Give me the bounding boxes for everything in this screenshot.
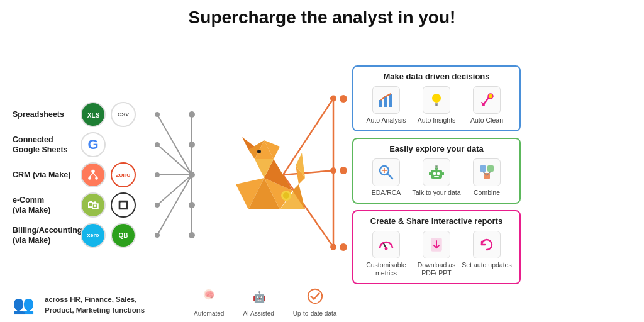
svg-rect-61 (480, 165, 486, 172)
source-row-4: Billing/Accounting (via Make)xeroQB (13, 220, 195, 250)
feature-icon-clean (473, 86, 501, 114)
feature-item-clean: Auto Clean (462, 86, 512, 125)
source-icon-csv: CSV (111, 102, 136, 127)
feature-item-download: Download as PDF/ PPT (411, 231, 462, 278)
source-icon-hub (80, 162, 106, 187)
svg-rect-44 (389, 94, 392, 107)
feature-item-label-bulb: Auto Insights (418, 116, 456, 125)
source-label-1: Connected Google Sheets (13, 135, 75, 155)
svg-rect-55 (437, 172, 440, 175)
bottom-badges: 🧠Automated🤖AI AssistedUp-to-date data (189, 282, 341, 322)
svg-rect-60 (442, 172, 444, 175)
source-icon-g: G (80, 132, 106, 157)
svg-point-3 (95, 177, 98, 180)
feature-icon-combine (473, 158, 501, 186)
source-icon-squarespace (111, 192, 136, 218)
source-row-1: Connected Google SheetsG (13, 130, 195, 160)
feature-icons-row-green: EDA/RCATalk to your dataCombine (361, 158, 512, 197)
left-panel: SpreadsheetsXLSCSVConnected Google Sheet… (0, 33, 195, 317)
source-label-4: Billing/Accounting (via Make) (13, 225, 75, 246)
svg-point-2 (88, 177, 91, 180)
feature-item-label-clean: Auto Clean (470, 116, 503, 125)
feature-icon-chart (372, 86, 400, 114)
bottom-badge-label-check: Up-to-date data (293, 310, 337, 317)
svg-point-1 (91, 170, 95, 174)
feature-icons-row-pink: Customisable metricsDownload as PDF/ PPT… (361, 231, 512, 278)
source-icon-qb: QB (111, 223, 136, 248)
source-label-0: Spreadsheets (13, 109, 75, 119)
connector-dot-1 (189, 142, 195, 148)
feature-item-bulb: Auto Insights (411, 86, 462, 125)
svg-text:🤖: 🤖 (253, 291, 266, 304)
source-label-2: CRM (via Make) (13, 170, 75, 180)
svg-line-5 (93, 173, 97, 177)
right-connector-dot-pink (340, 243, 347, 251)
source-row-0: SpreadsheetsXLSCSV (13, 99, 195, 130)
bottom-badge-label-robot: AI Assisted (243, 310, 274, 317)
source-icon-xero: xero (80, 223, 106, 248)
svg-rect-47 (435, 104, 438, 106)
connector-dot-3 (189, 202, 195, 208)
feature-icon-refresh (473, 231, 501, 258)
bottom-text: across HR, Finance, Sales, Product, Mark… (45, 294, 145, 314)
feature-box-title-pink: Create & Share interactive reports (361, 216, 512, 226)
squirrel-illustration (223, 128, 305, 222)
bottom-badge-robot: 🤖AI Assisted (243, 287, 274, 317)
svg-rect-7 (120, 202, 126, 208)
bottom-badge-icon-check (306, 287, 324, 309)
svg-point-58 (435, 165, 438, 168)
feature-icon-bulb (423, 86, 450, 114)
feature-icon-download (423, 231, 450, 258)
right-connector-dot-blue (340, 95, 347, 103)
feature-item-label-chart: Auto Analysis (366, 116, 406, 125)
right-panel: Make data driven decisionsAuto AnalysisA… (333, 33, 644, 317)
middle-panel (195, 33, 333, 317)
svg-rect-54 (433, 172, 436, 175)
feature-item-gauge: Customisable metrics (361, 231, 411, 278)
feature-item-refresh: Set auto updates (462, 231, 512, 270)
svg-point-41 (283, 192, 289, 199)
feature-box-green: Easily explore your dataEDA/RCATalk to y… (352, 138, 521, 204)
feature-item-search: EDA/RCA (361, 158, 411, 197)
svg-rect-56 (434, 176, 439, 177)
feature-item-combine: Combine (462, 158, 512, 197)
svg-rect-59 (429, 172, 431, 175)
bottom-badge-brain: 🧠Automated (194, 287, 224, 317)
feature-icon-robot (423, 158, 450, 186)
bottom-badge-icon-brain: 🧠 (200, 287, 218, 309)
feature-icons-row-blue: Auto AnalysisAuto InsightsAuto Clean (361, 86, 512, 125)
svg-rect-42 (379, 100, 382, 107)
svg-point-48 (488, 94, 493, 99)
svg-line-50 (388, 174, 393, 179)
right-connector-dot-green (340, 167, 347, 174)
feature-box-title-blue: Make data driven decisions (361, 72, 512, 81)
connector-dot-4 (189, 232, 195, 238)
feature-item-label-download: Download as PDF/ PPT (411, 261, 462, 278)
feature-item-label-search: EDA/RCA (372, 189, 401, 197)
feature-box-title-green: Easily explore your data (361, 144, 512, 153)
source-row-2: CRM (via Make)ZOHO (13, 160, 195, 190)
bottom-badge-icon-robot: 🤖 (250, 287, 267, 309)
svg-point-39 (257, 150, 261, 153)
source-row-3: e-Comm (via Make)🛍 (13, 190, 195, 220)
connector-dot-0 (189, 111, 195, 118)
feature-item-label-gauge: Customisable metrics (361, 261, 411, 278)
source-label-3: e-Comm (via Make) (13, 195, 75, 216)
feature-box-blue: Make data driven decisionsAuto AnalysisA… (352, 65, 521, 131)
bottom-badge-check: Up-to-date data (293, 287, 337, 317)
svg-point-72 (308, 289, 321, 303)
svg-rect-46 (435, 103, 438, 104)
feature-item-label-robot: Talk to your data (412, 189, 460, 197)
feature-item-label-combine: Combine (474, 189, 500, 197)
source-icon-shopify: 🛍 (80, 192, 106, 218)
people-icon: 👥 (13, 294, 35, 315)
feature-icon-gauge (372, 231, 400, 258)
page-title: Supercharge the analyst in you! (0, 0, 644, 33)
feature-item-chart: Auto Analysis (361, 86, 411, 125)
bottom-badge-label-brain: Automated (194, 310, 224, 317)
svg-text:XLS: XLS (87, 112, 100, 119)
feature-icon-search (372, 158, 400, 186)
source-icon-xls: XLS (80, 102, 106, 127)
source-icon-zoho: ZOHO (111, 162, 136, 187)
svg-rect-62 (487, 165, 494, 172)
